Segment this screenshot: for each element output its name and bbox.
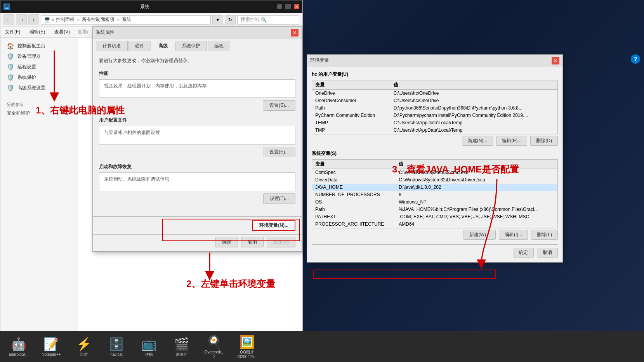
desktop-bottom-icons: 🤖 androidSt... 📝 Notepad++ ⚡ 迅雷 🗄️ navic…: [0, 331, 644, 362]
cancel-button[interactable]: 取消: [241, 237, 264, 247]
apply-button[interactable]: 应用(A): [267, 237, 295, 247]
user-profile-title: 用户配置文件: [99, 117, 295, 124]
sys-var-row-path[interactable]: Path%JAVA_HOME%\bin;C:\Program Files (x8…: [312, 206, 557, 213]
tab-system-protection[interactable]: 系统保护: [175, 41, 207, 51]
performance-content: 视觉效果，处理器计划，内存使用，以及虚拟内存: [99, 79, 295, 98]
sidebar-advanced-settings[interactable]: 🛡️ 高级系统设置: [0, 83, 78, 93]
file-explorer-titlebar: 🖥️ 系统 ─ □ ✕: [0, 0, 302, 13]
sidebar-remote-settings[interactable]: 🛡️ 远程设置: [0, 62, 78, 72]
sys-edit-button[interactable]: 编辑(I)...: [499, 230, 528, 240]
sys-var-row-proc-arch[interactable]: PROCESSOR_ARCHITECTUREAMD64: [312, 221, 557, 228]
tab-computer-name[interactable]: 计算机名: [96, 41, 128, 51]
file-explorer-toolbar: ← → ↑ 🖥️ > 控制面板 > 所有控制面板项 > 系统 ▼ ↻ 搜索控制 …: [0, 13, 302, 27]
user-var-row-pycharm[interactable]: PyCharm Community EditionD:\Pycharm\pych…: [312, 112, 557, 119]
performance-settings-button[interactable]: 设置(S)...: [263, 100, 295, 111]
user-vars-table: 变量 值 OneDriveC:\Users\hc\OneDrive OneDri…: [312, 80, 557, 134]
home-icon: 🏠: [7, 42, 14, 50]
address-controlpanel: 控制面板: [56, 16, 75, 23]
system-properties-footer: 环境变量(N)...: [93, 216, 302, 234]
sys-vars-table: 变量 值 ComSpecC:\WINDOWS\system32\cmd.exe …: [312, 160, 557, 228]
window-icon: 🖥️: [3, 3, 10, 10]
address-dropdown-button[interactable]: ▼: [212, 15, 223, 24]
user-var-row-temp[interactable]: TEMPC:\Users\hc\AppData\Local\Temp: [312, 119, 557, 127]
forward-button[interactable]: →: [16, 14, 27, 25]
sidebar-controlpanel-home[interactable]: 🏠 控制面板主页: [0, 41, 78, 51]
bottom-icon-xunlei[interactable]: ⚡ 迅雷: [68, 332, 99, 362]
system-properties-close-button[interactable]: ✕: [291, 29, 299, 37]
menu-edit[interactable]: 编辑(E): [28, 28, 47, 36]
user-new-button[interactable]: 新建(N)...: [462, 136, 493, 146]
bottom-icon-overcook[interactable]: 🍳 Overcook...2: [199, 332, 230, 362]
search-box[interactable]: 搜索控制 🔍: [237, 15, 299, 24]
env-vars-titlebar: 环境变量 ✕: [307, 55, 562, 66]
sys-vars-col-value: 值: [396, 160, 557, 169]
env-vars-close-button[interactable]: ✕: [552, 57, 559, 64]
remote-settings-icon: 🛡️: [7, 63, 14, 71]
address-bar[interactable]: 🖥️ > 控制面板 > 所有控制面板项 > 系统: [41, 15, 211, 24]
sidebar-device-manager[interactable]: 🛡️ 设备管理器: [0, 51, 78, 62]
bottom-icon-aiqiyi[interactable]: 🎬 爱奇艺: [166, 332, 197, 362]
system-properties-tabs: 计算机名 硬件 高级 系统保护 远程: [93, 38, 302, 51]
sys-new-button[interactable]: 新建(W)...: [463, 230, 496, 240]
env-cancel-button[interactable]: 取消: [537, 248, 558, 258]
sys-vars-btn-row: 新建(W)... 编辑(I)... 删除(L): [312, 230, 558, 240]
ok-button[interactable]: 确定: [215, 237, 238, 247]
bottom-icon-navicat[interactable]: 🗄️ navicat: [101, 332, 132, 362]
refresh-button[interactable]: ↻: [225, 15, 236, 24]
system-properties-dialog: 系统属性 ✕ 计算机名 硬件 高级 系统保护 远程 要进行大多数更改，你必须作为…: [92, 26, 302, 252]
sys-delete-button[interactable]: 删除(L): [531, 230, 558, 240]
sys-vars-col-name: 变量: [312, 160, 396, 169]
startup-settings-button[interactable]: 设置(T)...: [263, 193, 295, 204]
also-see-label: 另请参阅: [0, 101, 78, 108]
bottom-icon-qqpic[interactable]: 🖼️ QQ图片20200425...: [231, 332, 262, 362]
env-ok-button[interactable]: 确定: [513, 248, 534, 258]
sys-var-row-java-home[interactable]: JAVA_HOMED:\java\jdk1.8.0_202: [312, 184, 557, 191]
user-delete-button[interactable]: 删除(D): [530, 136, 558, 146]
env-vars-body: hc 的用户变量(U) 变量 值 OneDriveC:\Users\hc\One…: [307, 66, 562, 262]
qqpic-icon: 🖼️: [239, 334, 255, 349]
menu-more: 查看(: [78, 29, 89, 35]
androidstudio-icon: 🤖: [11, 337, 26, 352]
startup-title: 启动和故障恢复: [99, 164, 295, 170]
navicat-icon: 🗄️: [109, 337, 124, 352]
bottom-icon-notepadpp[interactable]: 📝 Notepad++: [36, 332, 67, 362]
up-button[interactable]: ↑: [28, 14, 39, 25]
admin-notice: 要进行大多数更改，你必须作为管理员登录。: [99, 57, 295, 64]
user-profile-btn-row: 设置(E)...: [99, 147, 295, 157]
env-vars-button[interactable]: 环境变量(N)...: [252, 220, 295, 231]
user-profile-settings-button[interactable]: 设置(E)...: [263, 147, 295, 157]
back-button[interactable]: ←: [3, 14, 14, 25]
user-var-row-path[interactable]: PathD:\python368\Scripts\D:\python368\D:…: [312, 104, 557, 112]
tab-hardware[interactable]: 硬件: [128, 41, 151, 51]
user-vars-title: hc 的用户变量(U): [312, 71, 558, 78]
menu-file[interactable]: 文件(F): [3, 28, 22, 36]
overcook-icon: 🍳: [207, 334, 222, 349]
close-button[interactable]: ✕: [294, 4, 299, 9]
bottom-icon-youhao[interactable]: 📺 优酷: [134, 332, 165, 362]
minimize-button[interactable]: ─: [277, 4, 282, 9]
system-properties-titlebar: 系统属性 ✕: [93, 27, 302, 38]
sys-var-row-pathext[interactable]: PATHEXT.COM;.EXE;.BAT;.CMD;.VBS;.VBE;.JS…: [312, 213, 557, 221]
menu-view[interactable]: 查看(V): [53, 28, 71, 36]
maximize-button[interactable]: □: [285, 4, 291, 9]
bottom-icon-androidstudio[interactable]: 🤖 androidSt...: [3, 332, 34, 362]
user-vars-table-wrapper: 变量 值 OneDriveC:\Users\hc\OneDrive OneDri…: [312, 80, 558, 134]
user-edit-button[interactable]: 编辑(E)...: [496, 136, 527, 146]
user-var-row-onedrive[interactable]: OneDriveC:\Users\hc\OneDrive: [312, 90, 557, 97]
tab-remote[interactable]: 远程: [208, 41, 230, 51]
address-icon: 🖥️: [44, 17, 50, 23]
sys-var-row-driverdata[interactable]: DriverDataC:\Windows\System32\Drivers\Dr…: [312, 176, 557, 184]
tab-advanced[interactable]: 高级: [152, 41, 174, 51]
user-var-row-tmp[interactable]: TMPC:\Users\hc\AppData\Local\Temp: [312, 127, 557, 134]
window-title: 系统: [13, 3, 277, 10]
sys-var-row-num-proc[interactable]: NUMBER_OF_PROCESSORS8: [312, 191, 557, 198]
sys-var-row-os[interactable]: OSWindows_NT: [312, 198, 557, 206]
performance-title: 性能: [99, 70, 295, 77]
sidebar-system-protection[interactable]: 🛡️ 系统保护: [0, 72, 78, 83]
user-var-row-onedriveconsumer[interactable]: OneDriveConsumerC:\Users\hc\OneDrive: [312, 97, 557, 104]
sys-var-row-comspec[interactable]: ComSpecC:\WINDOWS\system32\cmd.exe: [312, 169, 557, 176]
help-button[interactable]: ?: [631, 54, 640, 64]
sidebar-security-maintenance[interactable]: 安全和维护: [0, 108, 78, 118]
user-vars-btn-row: 新建(N)... 编辑(E)... 删除(D): [312, 136, 558, 146]
env-vars-footer: 确定 取消: [312, 244, 558, 258]
